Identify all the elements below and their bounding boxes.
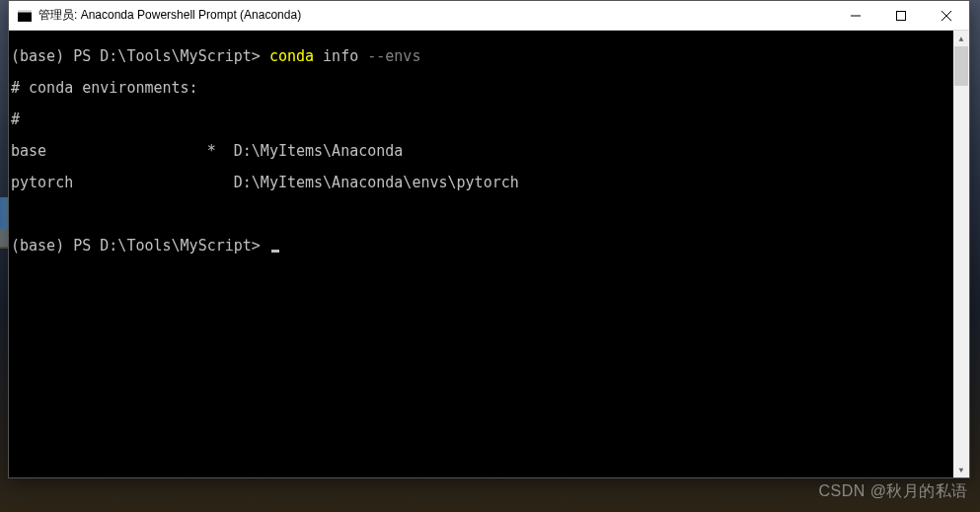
- env-row: pytorch D:\MyItems\Anaconda\envs\pytorch: [11, 175, 967, 190]
- scrollbar-thumb[interactable]: [954, 46, 968, 86]
- env-name: base: [11, 142, 46, 160]
- close-icon: [942, 11, 951, 21]
- minimize-button[interactable]: [833, 1, 878, 30]
- scrollbar-down-button[interactable]: ▼: [953, 462, 969, 477]
- env-row: base * D:\MyItems\Anaconda: [11, 143, 967, 159]
- env-path: D:\MyItems\Anaconda\envs\pytorch: [234, 174, 519, 191]
- desktop-fragment: [0, 229, 8, 249]
- svg-rect-1: [18, 10, 32, 13]
- command-flag: --envs: [367, 47, 420, 65]
- scrollbar-up-button[interactable]: ▲: [953, 31, 969, 46]
- command-arg: info: [323, 47, 367, 65]
- maximize-icon: [896, 11, 906, 21]
- cursor: [271, 250, 279, 253]
- env-name: pytorch: [11, 174, 73, 191]
- titlebar[interactable]: 管理员: Anaconda Powershell Prompt (Anacond…: [9, 1, 969, 31]
- scrollbar[interactable]: ▲ ▼: [953, 31, 969, 477]
- env-path: D:\MyItems\Anaconda: [234, 142, 404, 160]
- minimize-icon: [851, 11, 861, 21]
- window-controls: [833, 1, 969, 30]
- terminal-window: 管理员: Anaconda Powershell Prompt (Anacond…: [8, 0, 970, 478]
- env-marker: *: [207, 142, 216, 160]
- command-text: conda: [269, 47, 323, 65]
- prompt-text: (base) PS D:\Tools\MyScript>: [11, 237, 269, 255]
- window-title: 管理员: Anaconda Powershell Prompt (Anacond…: [38, 7, 833, 24]
- terminal-output[interactable]: (base) PS D:\Tools\MyScript> conda info …: [9, 31, 969, 477]
- prompt-text: (base) PS D:\Tools\MyScript>: [11, 47, 269, 65]
- terminal-icon: [17, 8, 33, 24]
- maximize-button[interactable]: [878, 1, 924, 30]
- output-line: # conda environments:: [11, 80, 967, 96]
- svg-rect-3: [897, 11, 906, 20]
- close-button[interactable]: [924, 1, 969, 30]
- output-line: #: [11, 111, 967, 127]
- blank-line: [11, 206, 967, 222]
